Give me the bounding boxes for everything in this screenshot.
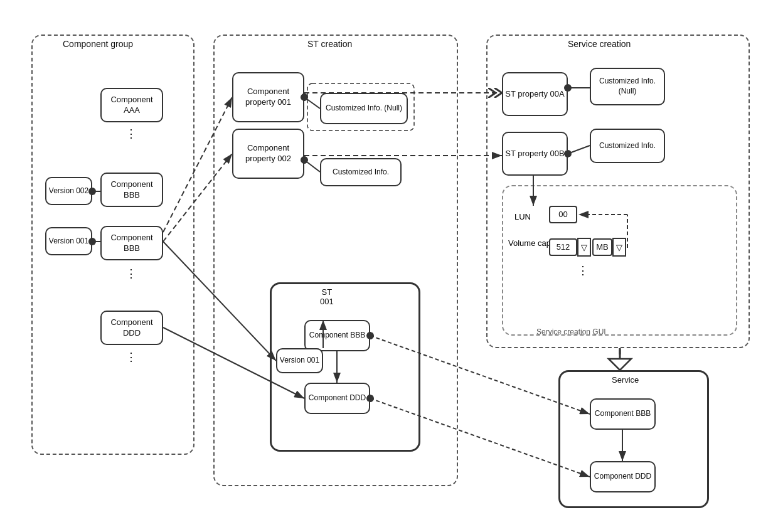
svg-line-5 (163, 154, 232, 242)
arrows-svg (0, 0, 778, 532)
diagram: Component group ST creation Service crea… (0, 0, 778, 532)
svg-line-6 (304, 97, 320, 109)
svg-line-11 (568, 146, 590, 154)
svg-line-19 (370, 336, 590, 414)
svg-line-20 (370, 398, 590, 477)
svg-rect-25 (307, 83, 414, 130)
svg-line-14 (163, 327, 304, 398)
svg-line-15 (163, 242, 276, 361)
svg-line-7 (304, 160, 320, 172)
svg-line-4 (163, 97, 232, 232)
svg-marker-23 (609, 359, 631, 370)
